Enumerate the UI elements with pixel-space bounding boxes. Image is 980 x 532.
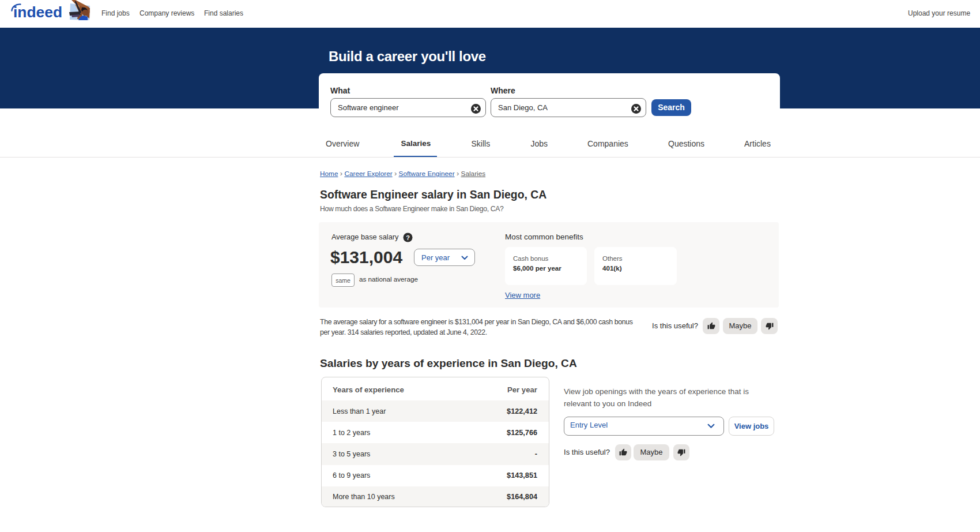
svg-text:indeed: indeed — [13, 3, 62, 21]
svg-text:?: ? — [406, 234, 410, 241]
